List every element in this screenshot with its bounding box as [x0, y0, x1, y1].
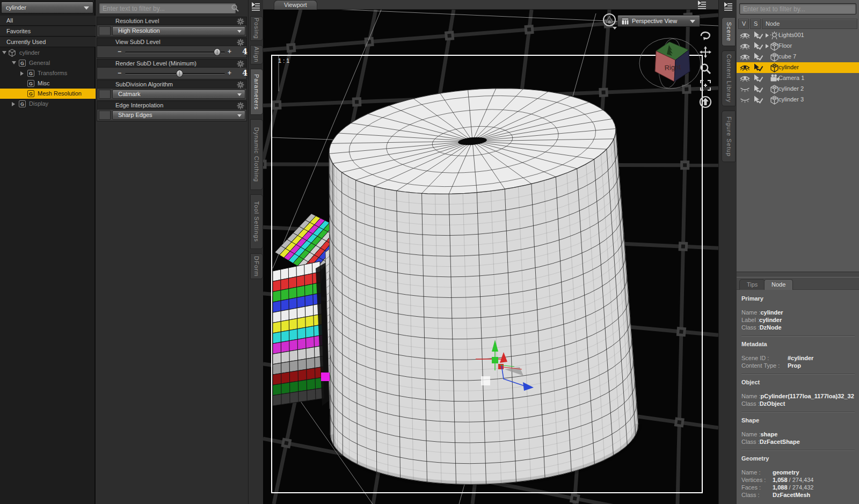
tab-dynamic-clothing[interactable]: Dynamic Clothing [250, 119, 263, 190]
param-stub[interactable] [99, 26, 111, 35]
info-field: Name : pCylinder(1177loa_1177loa)32_32 [741, 392, 855, 400]
tab-parameters[interactable]: Parameters [250, 69, 263, 115]
param-group-header: View SubD Level [97, 38, 247, 46]
param-group-header: Render SubD Level (Minimum) [97, 59, 247, 68]
sidebar-item-currently-used[interactable]: Currently Used [0, 37, 96, 47]
tree-item-misc[interactable]: GMisc [0, 78, 96, 89]
param-dropdown-resolution-level[interactable]: High Resolution [112, 26, 245, 35]
slider-minus-button[interactable]: − [118, 69, 121, 77]
param-group-header: SubDivision Algorithm [97, 80, 247, 89]
expander-right-icon[interactable] [20, 71, 24, 76]
info-section-object: ObjectName : pCylinder(1177loa_1177loa)3… [741, 379, 855, 407]
group-icon: G [19, 60, 26, 67]
chevron-down-icon [237, 93, 242, 96]
tab-tips[interactable]: Tips [739, 279, 765, 290]
param-control-row: −+4 [97, 68, 247, 79]
tree-item-mesh-resolution[interactable]: GMesh Resolution [0, 89, 96, 99]
tab-scene[interactable]: Scene [722, 17, 736, 46]
param-group-header: Edge Interpolation [97, 101, 247, 109]
zoom-view-icon[interactable] [699, 62, 713, 76]
info-section-geometry: GeometryName : geometryVertices : 1,058 … [741, 455, 855, 499]
scene-row-lights001[interactable]: Lights001 [737, 30, 859, 41]
scene-row-cylinder[interactable]: cylinder [737, 62, 859, 73]
info-field: Class : DzFacetMesh [741, 491, 855, 499]
viewport-canvas[interactable]: Right 1 : 1 Perspective View [263, 10, 718, 504]
panel-splitter[interactable] [737, 272, 859, 277]
pan-view-icon[interactable] [699, 46, 713, 60]
camera-view-selector[interactable]: Perspective View [617, 15, 700, 27]
view-cube-right-label: Right [664, 63, 681, 72]
scene-filter-input[interactable] [739, 3, 856, 14]
parameter-group-sidebar: cylinder AllFavoritesCurrently Used cyli… [0, 0, 96, 504]
scene-node-combo[interactable]: cylinder [1, 2, 93, 13]
scene-row-floor[interactable]: Floor [737, 41, 859, 52]
expander-right-icon[interactable] [766, 33, 769, 38]
viewport-pane: Viewport Right 1 : 1 Perspective View [263, 0, 718, 504]
sidebar-item-all[interactable]: All [0, 16, 96, 26]
slider-handle[interactable] [214, 48, 221, 56]
tree-item-display[interactable]: GDisplay [0, 99, 96, 109]
tab-viewport[interactable]: Viewport [274, 0, 317, 10]
light-indicator-icon[interactable] [602, 13, 618, 30]
chevron-down-icon [237, 114, 242, 117]
param-dropdown-edge-interpolation[interactable]: Sharp Edges [112, 111, 245, 120]
tree-item-cylinder[interactable]: cylinder [0, 48, 96, 58]
info-field: Class : DzNode [741, 324, 855, 331]
param-dropdown-subdivision-algorithm[interactable]: Catmark [112, 90, 245, 99]
info-field: Class : DzFacetShape [741, 438, 855, 445]
info-section-primary: PrimaryName : cylinderLabel : cylinderCl… [741, 295, 855, 331]
scene-row-camera-1[interactable]: Camera 1 [737, 73, 859, 84]
scene-col-v[interactable]: V [738, 19, 749, 29]
tab-content-library[interactable]: Content Library [722, 50, 736, 106]
tree-item-general[interactable]: GGeneral [0, 58, 96, 68]
tab-figure-setup[interactable]: Figure Setup [722, 111, 736, 162]
param-stub[interactable] [99, 111, 111, 120]
info-tabbar: Tips Node [737, 277, 859, 290]
param-control-row: Sharp Edges [97, 109, 247, 121]
slider-plus-button[interactable]: + [228, 69, 231, 77]
param-control-row: High Resolution [97, 25, 247, 37]
group-icon: G [27, 90, 34, 97]
tab-node[interactable]: Node [764, 279, 793, 290]
node-info-panel: PrimaryName : cylinderLabel : cylinderCl… [737, 290, 859, 504]
info-field: Vertices : 1,058 / 274,434 [741, 476, 855, 484]
scene-row-cube-7[interactable]: cube 7 [737, 52, 859, 62]
expander-right-icon[interactable] [766, 44, 769, 48]
chevron-down-icon [84, 6, 89, 10]
scene-col-node[interactable]: Node [762, 19, 857, 29]
param-group-header: Resolution Level [97, 17, 247, 25]
scene-row-cylinder-3[interactable]: cylinder 3 [737, 94, 859, 105]
info-field: Name : geometry [741, 469, 855, 476]
orbit-view-icon[interactable] [699, 29, 713, 43]
pane-menu-icon[interactable] [251, 2, 261, 12]
info-field: Scene ID : #cylinder [741, 354, 855, 362]
param-control-row: −+4 [97, 46, 247, 58]
group-icon: G [27, 80, 34, 87]
sidebar-item-favorites[interactable]: Favorites [0, 26, 96, 36]
slider-handle[interactable] [176, 70, 183, 77]
group-icon: G [27, 70, 34, 77]
tree-item-transforms[interactable]: GTransforms [0, 68, 96, 78]
slider-track[interactable] [125, 52, 225, 53]
slider-track[interactable] [125, 73, 225, 75]
info-field: Content Type : Prop [741, 362, 855, 369]
scene-row-cylinder-2[interactable]: cylinder 2 [737, 84, 859, 94]
tab-align[interactable]: Align [250, 45, 263, 64]
scene-col-s[interactable]: S [750, 19, 761, 29]
expander-right-icon[interactable] [12, 102, 15, 106]
expander-down-icon[interactable] [2, 51, 6, 54]
viewport-tabbar: Viewport [263, 0, 718, 10]
pane-menu-icon[interactable] [723, 2, 733, 12]
info-section-shape: ShapeName : shapeClass : DzFacetShape [741, 417, 855, 445]
tab-posing[interactable]: Posing [250, 16, 263, 41]
slider-plus-button[interactable]: + [228, 48, 231, 55]
expander-down-icon[interactable] [12, 61, 16, 64]
tab-tool-settings[interactable]: Tool Settings [250, 194, 263, 249]
tab-dform[interactable]: DForm [250, 253, 263, 279]
slider-minus-button[interactable]: − [118, 48, 121, 55]
param-stub[interactable] [99, 90, 111, 99]
parameters-filter-input[interactable] [99, 3, 236, 14]
frame-view-icon[interactable] [699, 79, 713, 93]
right-pane-tabstrip: SceneContent LibraryFigure Setup [718, 0, 737, 504]
reset-view-icon[interactable] [699, 96, 713, 109]
